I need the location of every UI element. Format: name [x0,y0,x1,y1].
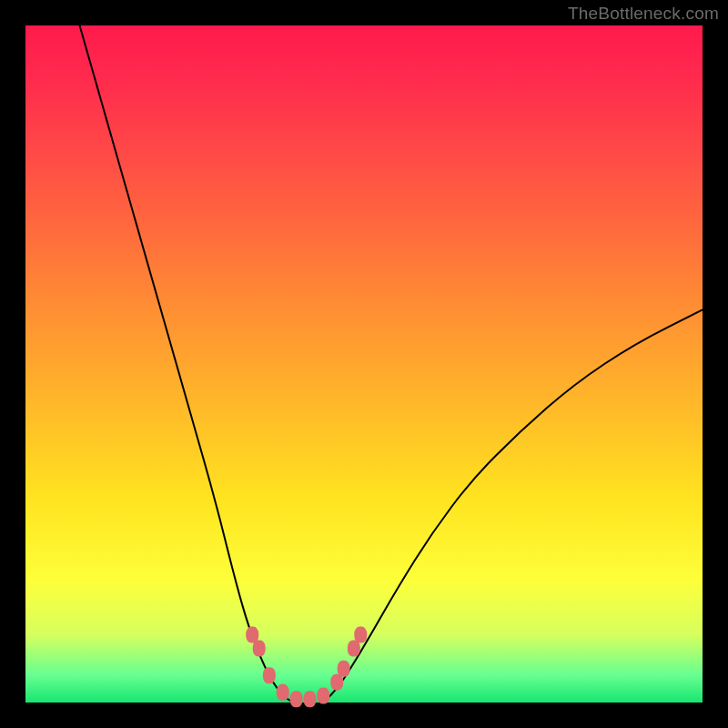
marker-point [253,640,266,656]
marker-point [263,667,276,683]
outer-frame: TheBottleneck.com [0,0,728,728]
plot-area [25,25,703,703]
marker-point [354,627,367,643]
marker-point [317,688,329,704]
curve-right-curve [323,309,703,703]
marker-point [290,691,303,707]
chart-svg [25,25,703,703]
marker-point [277,684,289,701]
watermark-text: TheBottleneck.com [568,4,719,24]
marker-point [303,691,316,707]
marker-point [338,661,350,677]
curve-left-curve [80,25,293,703]
